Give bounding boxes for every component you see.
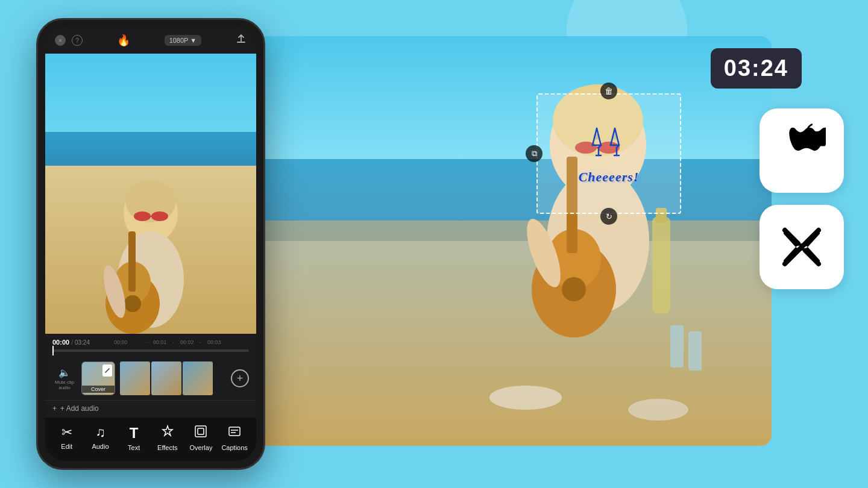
phone-container: × ? 🔥 1080P ▼	[36, 18, 265, 470]
export-button[interactable]	[236, 34, 247, 48]
nav-label-text: Text	[128, 444, 140, 451]
nav-item-effects[interactable]: Effects	[153, 425, 183, 451]
app-store-badge[interactable]	[760, 108, 844, 193]
sticker-delete-button[interactable]: 🗑	[600, 83, 617, 99]
timeline-markers: 00:00 · 00:01 · 00:02 · 00:03	[114, 339, 221, 345]
svg-point-18	[612, 134, 618, 140]
phone-help-button[interactable]: ?	[72, 35, 83, 46]
nav-label-audio: Audio	[92, 443, 108, 450]
timeline-current-time: 00:00	[52, 339, 69, 346]
music-note-icon: ♫	[95, 425, 105, 440]
phone-clips-area: 🔈 Mute clip audio Cover +	[45, 359, 256, 400]
plus-icon: +	[52, 404, 57, 413]
timeline-total-time: 03:24	[75, 339, 90, 346]
phone-close-button[interactable]: ×	[55, 35, 66, 46]
nav-label-captions: Captions	[221, 444, 247, 451]
video-clips-strip	[120, 361, 226, 395]
captions-icon	[228, 425, 241, 442]
mute-label: Mute clip audio	[52, 380, 77, 390]
phone-timeline: 00:00 / 03:24 00:00 · 00:01 · 00:02 · 00…	[45, 334, 256, 359]
background-video-frame: 🗑 ⧉ ↻ Cheeeer	[241, 36, 772, 446]
clip-frame-2[interactable]	[151, 361, 181, 395]
scissors-icon: ✂	[61, 425, 72, 440]
add-audio-label: + Add audio	[60, 404, 99, 413]
clip-edit-icon	[102, 364, 112, 377]
svg-point-26	[151, 211, 168, 221]
svg-marker-34	[163, 426, 172, 436]
sticker-overlay[interactable]: 🗑 ⧉ ↻ Cheeeer	[536, 93, 681, 214]
timeline-track[interactable]	[52, 349, 249, 352]
phone-bottom-nav: ✂ Edit ♫ Audio T Text	[45, 418, 256, 461]
svg-rect-11	[652, 217, 670, 313]
sticker-copy-button[interactable]: ⧉	[526, 145, 542, 162]
add-clip-button[interactable]: +	[231, 369, 249, 387]
phone-woman-svg	[72, 165, 229, 334]
capcut-badge[interactable]	[760, 205, 844, 289]
phone-body: × ? 🔥 1080P ▼	[36, 18, 265, 470]
svg-rect-22	[799, 243, 804, 251]
svg-rect-35	[195, 426, 206, 437]
svg-rect-36	[198, 428, 204, 434]
svg-rect-37	[229, 427, 240, 436]
add-audio-button[interactable]: + + Add audio	[52, 404, 249, 413]
text-icon: T	[130, 425, 139, 442]
nav-label-edit: Edit	[61, 443, 72, 450]
timer-badge: 03:24	[711, 48, 802, 89]
svg-point-13	[489, 386, 562, 410]
nav-label-overlay: Overlay	[190, 444, 213, 451]
nav-label-effects: Effects	[157, 444, 177, 451]
timeline-playhead	[52, 346, 54, 355]
resolution-selector[interactable]: 1080P ▼	[165, 35, 202, 46]
sticker-rotate-button[interactable]: ↻	[600, 208, 617, 225]
overlay-icon	[194, 425, 207, 442]
clip-frame-3[interactable]	[183, 361, 213, 395]
nav-item-edit[interactable]: ✂ Edit	[52, 425, 82, 450]
svg-rect-16	[688, 331, 702, 371]
nav-item-audio[interactable]: ♫ Audio	[85, 425, 115, 450]
phone-add-audio-section: + + Add audio	[45, 400, 256, 418]
capcut-logo-icon	[778, 223, 826, 271]
effects-icon	[161, 425, 174, 442]
svg-point-14	[628, 399, 688, 421]
svg-rect-15	[670, 325, 684, 368]
cover-clip[interactable]: Cover	[81, 361, 115, 395]
clip-frame-1[interactable]	[120, 361, 150, 395]
phone-top-left: × ?	[55, 35, 83, 46]
phone-video-area	[45, 54, 256, 334]
svg-rect-31	[128, 231, 136, 292]
svg-point-25	[134, 211, 151, 221]
nav-item-overlay[interactable]: Overlay	[186, 425, 216, 451]
phone-top-bar: × ? 🔥 1080P ▼	[45, 27, 256, 54]
svg-point-17	[594, 134, 600, 140]
speaker-icon: 🔈	[58, 367, 71, 378]
sticker-glasses-icon	[588, 122, 630, 164]
sticker-cheers-text: Cheeeers!	[579, 169, 640, 185]
svg-point-32	[124, 295, 141, 312]
apple-logo-icon	[778, 124, 826, 178]
svg-point-9	[562, 277, 586, 301]
flame-icon: 🔥	[117, 34, 130, 47]
nav-item-captions[interactable]: Captions	[219, 425, 250, 451]
mute-clip-button[interactable]: 🔈 Mute clip audio	[52, 367, 77, 390]
clip-cover-label: Cover	[82, 386, 115, 393]
nav-item-text[interactable]: T Text	[119, 425, 149, 451]
phone-screen: × ? 🔥 1080P ▼	[45, 27, 256, 461]
sticker-content: Cheeeers!	[579, 122, 640, 185]
